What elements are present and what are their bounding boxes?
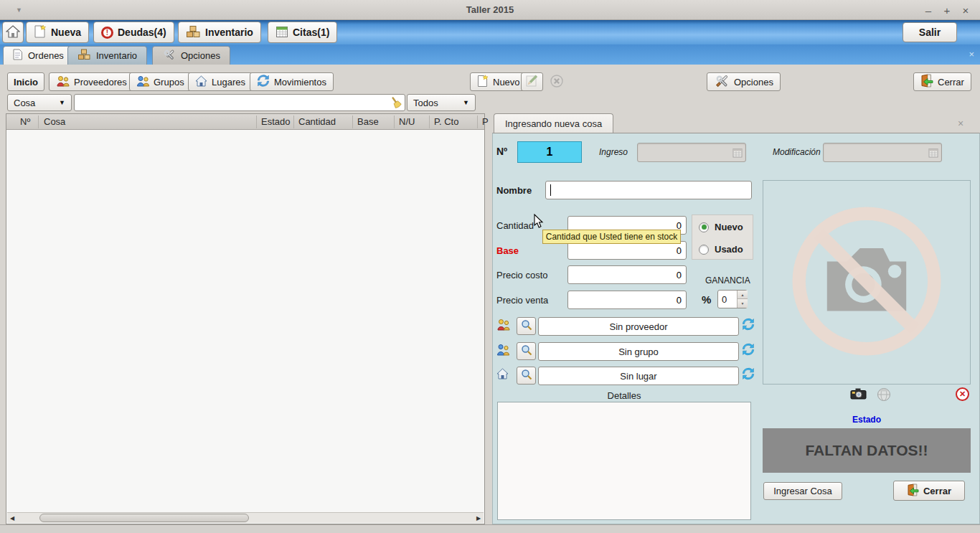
grupos-button[interactable]: Grupos <box>129 72 192 91</box>
lugar-search-button[interactable] <box>517 367 536 385</box>
panel-cerrar-label: Cerrar <box>923 486 951 496</box>
refresh-icon[interactable] <box>742 367 755 382</box>
spin-down-icon[interactable]: ▼ <box>738 299 748 308</box>
maximize-button[interactable]: + <box>938 0 956 20</box>
refresh-icon[interactable] <box>742 343 755 358</box>
opciones-button[interactable]: Opciones <box>707 72 781 91</box>
inicio-button[interactable]: Inicio <box>7 72 44 91</box>
radio-nuevo[interactable]: Nuevo <box>699 222 743 232</box>
col-estado[interactable]: Estado <box>261 116 290 127</box>
precio-costo-input[interactable] <box>567 265 687 284</box>
ganancia-spinner[interactable]: 0 ▲ ▼ <box>717 290 748 308</box>
nuevo-label: Nuevo <box>493 77 520 88</box>
suppliers-icon <box>56 75 70 89</box>
col-cantidad[interactable]: Cantidad <box>298 116 336 127</box>
proveedores-button[interactable]: Proveedores <box>49 72 134 91</box>
search-input[interactable] <box>77 95 386 110</box>
panel-tab[interactable]: Ingresando nueva cosa <box>494 113 613 133</box>
search-box <box>74 94 405 111</box>
radio-unselected-icon <box>699 245 709 255</box>
panel-cerrar-button[interactable]: Cerrar <box>893 481 965 501</box>
proveedores-label: Proveedores <box>74 77 127 88</box>
tab-label: Ordenes <box>28 50 64 61</box>
clear-broom-icon[interactable] <box>390 96 402 112</box>
grupo-search-button[interactable] <box>517 342 536 360</box>
chevron-down-icon: ▼ <box>59 99 65 106</box>
web-image-icon[interactable] <box>877 387 891 404</box>
nombre-input[interactable] <box>545 181 752 199</box>
scroll-left-icon[interactable]: ◀ <box>7 513 17 523</box>
col-numero[interactable]: Nº <box>20 116 30 127</box>
remove-photo-icon[interactable]: ✕ <box>956 387 969 401</box>
suppliers-icon <box>496 319 510 333</box>
nueva-button[interactable]: Nueva <box>26 22 89 43</box>
salir-button[interactable]: Salir <box>903 22 957 42</box>
detalles-label: Detalles <box>497 390 751 401</box>
edit-button[interactable] <box>521 72 543 91</box>
modificacion-field[interactable] <box>823 143 942 162</box>
camera-icon[interactable] <box>850 387 867 402</box>
tab-ordenes[interactable]: Ordenes <box>3 46 74 65</box>
col-nu[interactable]: N/U <box>399 116 415 127</box>
cantidad-label: Cantidad <box>496 220 534 231</box>
movimientos-label: Movimientos <box>274 77 326 88</box>
ingresar-cosa-button[interactable]: Ingresar Cosa <box>763 482 842 500</box>
home-icon <box>6 25 20 40</box>
tab-label: Inventario <box>96 50 137 61</box>
grupo-field[interactable]: Sin grupo <box>538 342 739 361</box>
nueva-label: Nueva <box>51 27 81 38</box>
citas-button[interactable]: Citas(1) <box>268 22 337 43</box>
cancel-icon <box>550 74 564 90</box>
proveedor-field[interactable]: Sin proveedor <box>538 317 739 336</box>
ingreso-label: Ingreso <box>599 147 628 157</box>
scroll-right-icon[interactable]: ▶ <box>473 513 484 523</box>
groups-icon <box>496 344 509 358</box>
opciones-label: Opciones <box>734 77 773 88</box>
no-photo-icon <box>784 199 949 366</box>
wrench-icon <box>162 49 176 63</box>
deudas-button[interactable]: ! Deudas(4) <box>93 22 174 43</box>
ingreso-field[interactable] <box>637 143 746 162</box>
new-document-icon <box>34 24 47 40</box>
document-icon <box>13 49 23 62</box>
panel-close-icon[interactable]: × <box>958 118 963 129</box>
lugar-field[interactable]: Sin lugar <box>538 367 739 385</box>
calendar-icon <box>732 147 743 160</box>
precio-venta-label: Precio venta <box>496 295 548 306</box>
minimize-button[interactable]: – <box>920 0 937 20</box>
tab-opciones[interactable]: Opciones <box>152 46 230 65</box>
col-pvta[interactable]: P <box>482 116 489 127</box>
home-button[interactable] <box>2 22 24 43</box>
groups-icon <box>136 75 149 89</box>
filter-select[interactable]: Todos ▼ <box>407 94 476 111</box>
cancel-button[interactable] <box>545 72 567 91</box>
inventory-table: Nº Cosa Estado Cantidad Base N/U P. Cto … <box>6 113 485 524</box>
radio-usado[interactable]: Usado <box>699 244 743 255</box>
refresh-icon[interactable] <box>742 318 755 333</box>
search-field-value: Cosa <box>14 98 35 108</box>
precio-venta-input[interactable] <box>567 291 687 309</box>
lugares-label: Lugares <box>212 77 245 88</box>
tab-inventario[interactable]: Inventario <box>67 46 147 65</box>
cerrar-button[interactable]: Cerrar <box>913 72 971 91</box>
tab-strip: Ordenes Inventario Opciones × <box>0 44 980 65</box>
numero-value: 1 <box>517 141 582 163</box>
inventario-button[interactable]: Inventario <box>178 22 261 43</box>
lugares-button[interactable]: Lugares <box>188 72 253 91</box>
spin-up-icon[interactable]: ▲ <box>738 291 748 299</box>
window-title: Taller 2015 <box>0 4 980 15</box>
scrollbar-thumb[interactable] <box>39 514 249 522</box>
deudas-label: Deudas(4) <box>118 27 166 38</box>
tools-icon <box>714 74 730 90</box>
close-button[interactable]: × <box>957 0 974 20</box>
proveedor-search-button[interactable] <box>517 317 536 335</box>
search-field-select[interactable]: Cosa ▼ <box>7 94 72 111</box>
detalles-textarea[interactable] <box>497 402 751 520</box>
movimientos-button[interactable]: Movimientos <box>250 72 334 91</box>
nuevo-button[interactable]: Nuevo <box>470 72 527 91</box>
new-item-panel: Ingresando nueva cosa × Nº 1 Ingreso Mod… <box>492 113 980 524</box>
col-pcto[interactable]: P. Cto <box>434 116 458 127</box>
col-cosa[interactable]: Cosa <box>44 116 65 127</box>
tabstrip-close-icon[interactable]: × <box>969 49 974 60</box>
col-base[interactable]: Base <box>357 116 379 127</box>
